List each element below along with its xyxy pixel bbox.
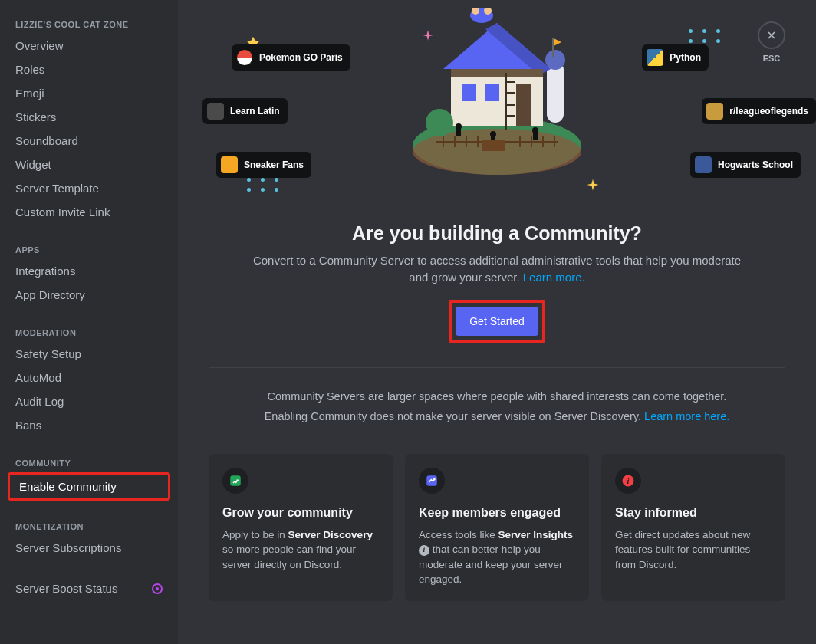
sidebar-item-emoji[interactable]: Emoji — [6, 81, 172, 105]
svg-rect-15 — [505, 104, 515, 106]
pokeball-icon — [236, 49, 253, 66]
house-illustration — [405, 8, 589, 184]
main-content: ESC — [178, 0, 816, 644]
info-line-2-text: Enabling Community does not make your se… — [265, 410, 644, 422]
svg-rect-14 — [505, 92, 515, 94]
boost-icon — [152, 583, 163, 594]
chip-label: Pokemon GO Paris — [259, 52, 343, 63]
chip-label: Python — [670, 52, 701, 63]
page-subtitle: Convert to a Community Server to access … — [244, 252, 750, 286]
card-body: Apply to be in Server Discovery so more … — [222, 527, 379, 573]
card-title: Keep members engaged — [419, 506, 575, 520]
svg-point-23 — [490, 131, 496, 137]
info-line-1: Community Servers are larger spaces wher… — [209, 386, 785, 406]
community-chip-pokemon: Pokemon GO Paris — [232, 44, 350, 71]
decorative-dots — [689, 29, 722, 43]
card-body: Get direct updates about new features bu… — [615, 527, 772, 573]
svg-rect-22 — [456, 129, 461, 136]
community-chip-league: r/leagueoflegends — [702, 98, 816, 124]
feature-cards: Grow your community Apply to be in Serve… — [209, 454, 785, 601]
sidebar-item-safety-setup[interactable]: Safety Setup — [6, 342, 172, 366]
sidebar-item-server-subscriptions[interactable]: Server Subscriptions — [6, 536, 172, 560]
sidebar-item-server-boost[interactable]: Server Boost Status — [6, 577, 172, 600]
sidebar-item-automod[interactable]: AutoMod — [6, 366, 172, 389]
card-keep-engaged: Keep members engaged Access tools like S… — [405, 454, 589, 601]
sidebar-item-overview[interactable]: Overview — [6, 34, 172, 58]
grow-icon — [222, 468, 248, 494]
insights-icon — [419, 468, 445, 494]
svg-rect-16 — [505, 115, 515, 117]
card-grow-community: Grow your community Apply to be in Serve… — [209, 454, 393, 601]
sidebar-item-server-template[interactable]: Server Template — [6, 176, 172, 200]
chip-label: Learn Latin — [230, 106, 280, 117]
section-apps: APPS — [6, 241, 172, 259]
sidebar-item-enable-community[interactable]: Enable Community — [10, 475, 168, 498]
svg-rect-10 — [485, 84, 499, 101]
settings-sidebar: LIZZIE'S COOL CAT ZONE Overview Roles Em… — [0, 0, 178, 644]
league-icon — [706, 103, 723, 120]
svg-rect-8 — [451, 69, 543, 77]
sidebar-item-bans[interactable]: Bans — [6, 413, 172, 437]
informed-icon: i — [615, 468, 641, 494]
community-chip-sneaker: Sneaker Fans — [216, 152, 311, 178]
section-moderation: MODERATION — [6, 324, 172, 342]
chip-label: Sneaker Fans — [244, 159, 304, 170]
sidebar-item-integrations[interactable]: Integrations — [6, 259, 172, 283]
decorative-dots — [247, 178, 281, 192]
svg-point-17 — [426, 109, 453, 136]
sneaker-icon — [221, 156, 238, 173]
highlight-get-started: Get Started — [449, 300, 545, 343]
card-body: Access tools like Server Insights i that… — [419, 527, 575, 587]
sidebar-item-stickers[interactable]: Stickers — [6, 105, 172, 129]
community-chip-python: Python — [642, 44, 709, 71]
svg-rect-2 — [547, 61, 564, 123]
svg-point-21 — [456, 123, 462, 130]
info-icon: i — [419, 545, 429, 556]
sidebar-item-widget[interactable]: Widget — [6, 153, 172, 176]
svg-point-3 — [545, 50, 565, 70]
highlight-enable-community: Enable Community — [8, 472, 170, 501]
svg-rect-36 — [482, 140, 505, 151]
svg-rect-37 — [230, 475, 241, 486]
card-title: Grow your community — [222, 506, 379, 520]
page-title: Are you building a Community? — [209, 222, 785, 245]
subtitle-text: Convert to a Community Server to access … — [253, 254, 741, 284]
svg-rect-26 — [533, 133, 538, 140]
get-started-button[interactable]: Get Started — [456, 307, 538, 336]
sidebar-item-audit-log[interactable]: Audit Log — [6, 389, 172, 413]
sidebar-item-label: Server Boost Status — [15, 582, 117, 595]
sidebar-item-custom-invite-link[interactable]: Custom Invite Link — [6, 200, 172, 224]
book-icon — [207, 103, 224, 120]
divider — [209, 367, 785, 368]
svg-rect-11 — [516, 84, 531, 127]
learn-more-link[interactable]: Learn more. — [523, 271, 585, 284]
svg-point-25 — [532, 127, 538, 133]
hogwarts-icon — [695, 156, 712, 173]
card-stay-informed: i Stay informed Get direct updates about… — [601, 454, 785, 601]
svg-rect-13 — [505, 80, 515, 83]
hero-illustration: Pokemon GO Paris Learn Latin Sneaker Fan… — [209, 8, 785, 192]
sidebar-item-roles[interactable]: Roles — [6, 58, 172, 81]
chip-label: Hogwarts School — [718, 159, 793, 170]
community-chip-hogwarts: Hogwarts School — [690, 152, 801, 178]
learn-more-here-link[interactable]: Learn more here. — [644, 410, 729, 422]
svg-text:i: i — [627, 476, 630, 485]
sidebar-item-soundboard[interactable]: Soundboard — [6, 129, 172, 153]
info-text: Community Servers are larger spaces wher… — [209, 386, 785, 426]
sidebar-item-app-directory[interactable]: App Directory — [6, 283, 172, 307]
svg-rect-9 — [462, 84, 476, 101]
section-monetization: MONETIZATION — [6, 518, 172, 536]
server-name-header: LIZZIE'S COOL CAT ZONE — [6, 15, 172, 34]
community-chip-latin: Learn Latin — [202, 98, 288, 124]
chip-label: r/leagueoflegends — [729, 106, 808, 117]
python-icon — [647, 49, 663, 66]
card-title: Stay informed — [615, 506, 772, 520]
info-line-2: Enabling Community does not make your se… — [209, 406, 785, 426]
section-community: COMMUNITY — [6, 454, 172, 472]
svg-rect-4 — [552, 38, 554, 57]
